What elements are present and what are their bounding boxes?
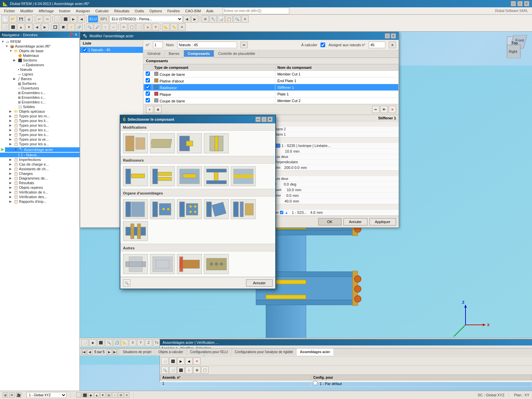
- menu-fichier[interactable]: Fichier: [1, 8, 18, 14]
- tree-assemblage[interactable]: ▼ 📦 Assemblage acier.rf6*: [0, 44, 79, 49]
- tree-charges[interactable]: ▶ 📋 Charges: [0, 171, 79, 176]
- menu-assigner[interactable]: Assigner: [73, 8, 93, 14]
- menu-options[interactable]: Options: [147, 8, 165, 14]
- appliquer-btn[interactable]: Appliquer: [369, 218, 396, 225]
- ab-btn-4[interactable]: ◀: [185, 357, 193, 365]
- comp-row-4[interactable]: Plaque Plate 1: [144, 91, 399, 97]
- vp-btn-9[interactable]: Z: [145, 339, 152, 346]
- assigne-input[interactable]: [369, 42, 385, 48]
- comp-row-4-check[interactable]: [146, 91, 150, 96]
- status-mid-3[interactable]: ◆: [88, 392, 93, 398]
- select-comp-search-btn[interactable]: 🔍: [123, 279, 130, 287]
- comp-thumb-raid-4[interactable]: [204, 166, 229, 186]
- tree-node-1[interactable]: 1 1 - Nœud...: [0, 153, 79, 157]
- nav-tab-assemblages[interactable]: Assemblages acier: [297, 348, 334, 355]
- undo-btn[interactable]: ↩: [36, 15, 43, 23]
- tree-assemblage-acier[interactable]: ▼ 🔩 Assemblage acier: [5, 147, 79, 152]
- tree-verification-n[interactable]: ▶ 📋 Vérification de n...: [0, 190, 79, 195]
- tb2-btn-19[interactable]: 🔻: [152, 23, 159, 31]
- dialog-close-btn[interactable]: ✕: [391, 33, 396, 39]
- nom-input[interactable]: [177, 42, 237, 48]
- n-input[interactable]: [153, 42, 163, 48]
- tree-cas-charge[interactable]: ▶ 📋 Cas de charge e...: [0, 162, 79, 167]
- ab-btn-1[interactable]: ⬜: [161, 357, 169, 365]
- comp-row-3-check[interactable]: [146, 85, 150, 89]
- comp-edit-btn[interactable]: ✏: [372, 106, 379, 113]
- status-mid-1[interactable]: ⬜: [76, 392, 81, 398]
- tb2-btn-17[interactable]: ⬜: [136, 23, 143, 31]
- menu-resultats[interactable]: Résultats: [111, 8, 132, 14]
- comp-row-2[interactable]: Platine d'about End Plate 1: [144, 77, 399, 84]
- vp-btn-6[interactable]: 📐: [121, 339, 128, 346]
- tree-types-m[interactable]: ▶ 📋 Types pour les m...: [0, 114, 79, 118]
- print-btn[interactable]: 🖨: [25, 15, 33, 23]
- vp-btn-3[interactable]: ⬛: [97, 339, 104, 346]
- tb-btn-5[interactable]: ⚙: [201, 15, 209, 23]
- tb2-btn-10[interactable]: 🔗: [75, 23, 83, 31]
- assigne-clear-btn[interactable]: ✕: [389, 42, 396, 48]
- comp-thumb-mod-2[interactable]: [150, 133, 175, 153]
- ab-btn-7[interactable]: ⬛: [177, 366, 185, 374]
- status-mid-7[interactable]: ↕: [112, 392, 117, 398]
- search-input[interactable]: [223, 8, 289, 14]
- comp-delete-btn[interactable]: ✕: [389, 106, 396, 113]
- comp-thumb-raid-3[interactable]: [177, 166, 202, 186]
- comp-thumb-raid-1[interactable]: [123, 166, 148, 186]
- select-comp-minimize-btn[interactable]: —: [255, 117, 261, 122]
- tb-btn-4[interactable]: ◀: [78, 15, 85, 23]
- tb-btn-2[interactable]: ⬛: [62, 15, 69, 23]
- tree-types-a[interactable]: ▶ 📋 Types pour les a...: [0, 142, 79, 146]
- menu-affichage[interactable]: Affichage: [36, 8, 57, 14]
- comp-thumb-mod-4[interactable]: [204, 133, 229, 153]
- comp-thumb-org-4[interactable]: [204, 199, 229, 219]
- status-mid-9[interactable]: ✕: [124, 392, 129, 398]
- tb2-btn-6[interactable]: ▶: [41, 23, 49, 31]
- comp-row-2-check[interactable]: [146, 78, 150, 82]
- tb2-btn-18[interactable]: 🔺: [144, 23, 151, 31]
- nav-tab-rigidite[interactable]: Configurations pour l'analyse de rigidit…: [231, 348, 297, 355]
- comp-thumb-org-3[interactable]: [177, 199, 202, 219]
- tree-container[interactable]: ▼ 🗂 RFEM ▼ 📦 Assemblage acier.rf6* ▼ 📁 O…: [0, 38, 79, 399]
- tb-btn-10[interactable]: ✕: [241, 15, 249, 23]
- tb2-btn-13[interactable]: ↕: [102, 23, 109, 31]
- comp-row-3[interactable]: Raidisseur Stiffener 1: [144, 84, 399, 91]
- comp-copy-btn[interactable]: ⊕: [154, 106, 162, 113]
- navigator-pin-btn[interactable]: 📌: [68, 33, 73, 37]
- tree-sections[interactable]: ▶ ⬛ Sections: [0, 58, 79, 63]
- vp-btn-8[interactable]: Y: [137, 339, 144, 346]
- vp-btn-7[interactable]: X: [129, 339, 136, 346]
- ab-btn-2[interactable]: ⬛: [169, 357, 177, 365]
- tab-controle[interactable]: Contrôle de plausibilité: [214, 50, 259, 58]
- tree-types-s2[interactable]: ▶ 📋 Types pour les s...: [0, 132, 79, 137]
- minimize-btn[interactable]: —: [511, 1, 516, 6]
- tb-btn-1[interactable]: ⬜: [54, 15, 61, 23]
- page-prev-btn[interactable]: ◀: [87, 349, 92, 355]
- elu-combo[interactable]: ELU (STR/GEO) - Perma...: [109, 16, 183, 22]
- status-icon-1[interactable]: 🖥: [3, 392, 8, 398]
- menu-fenetre[interactable]: Fenêtre: [165, 8, 183, 14]
- comp-thumb-aut-4[interactable]: [204, 254, 229, 274]
- ok-btn[interactable]: OK: [318, 218, 341, 225]
- tb-sp1-btn[interactable]: SP1: [99, 15, 109, 23]
- comp-thumb-org-2[interactable]: [150, 199, 175, 219]
- tb2-btn-21[interactable]: 📏: [170, 23, 178, 31]
- ab-btn-6[interactable]: ⬜: [169, 366, 177, 374]
- tree-types-s[interactable]: ▶ 📋 Types pour les s...: [0, 128, 79, 132]
- ab-btn-delete[interactable]: ✕: [193, 357, 200, 365]
- maximize-btn[interactable]: □: [517, 1, 523, 6]
- tree-ouvertures[interactable]: ○ Ouvertures: [0, 86, 79, 90]
- status-mid-2[interactable]: ⬛: [82, 392, 87, 398]
- vp-btn-1[interactable]: ⬜: [81, 339, 88, 346]
- ab-btn-9[interactable]: ⚙: [193, 366, 200, 374]
- tree-ensembles-2[interactable]: ⊞ Ensembles c...: [0, 95, 79, 100]
- status-mid-8[interactable]: ⚙: [118, 392, 123, 398]
- ab-row-1[interactable]: 1 1 - Par défaut: [160, 380, 532, 387]
- tree-noeuds[interactable]: • Nœuds: [0, 67, 79, 72]
- tb-btn-6[interactable]: 🔧: [209, 15, 217, 23]
- tb2-btn-7[interactable]: 🔲: [52, 23, 59, 31]
- tb-btn-8[interactable]: 📋: [225, 15, 233, 23]
- tb2-btn-15[interactable]: ✂: [120, 23, 127, 31]
- comp-thumb-org-1[interactable]: [123, 199, 148, 219]
- comp-add-btn[interactable]: +: [146, 106, 153, 113]
- navigator-close-btn[interactable]: ✕: [74, 33, 77, 37]
